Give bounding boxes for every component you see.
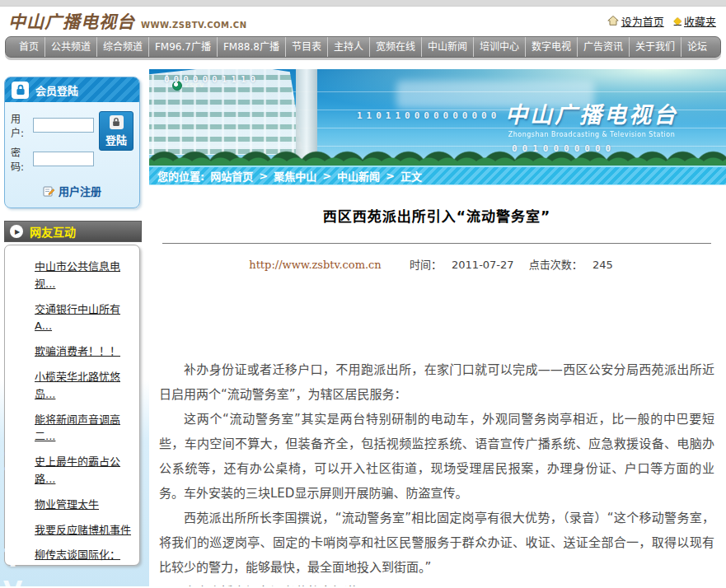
nav-item-broadband[interactable]: 宽频在线 bbox=[369, 37, 421, 57]
username-row: 用户: bbox=[11, 111, 94, 139]
breadcrumb-item-news[interactable]: 中山新闻 bbox=[337, 168, 380, 184]
member-login-title: 会员登陆 bbox=[35, 82, 78, 98]
article-paragraph: 补办身份证或者迁移户口，不用跑派出所，在家门口就可以完成——西区公安分局西苑派出… bbox=[159, 357, 714, 407]
article-paragraph: 西苑派出所所长李国撰说，“流动警务室”相比固定岗亭有很大优势，（录音）“这个移动… bbox=[159, 506, 714, 580]
site-logo: 中山广播电视台 WWW.ZSBTV.COM.CN bbox=[8, 8, 247, 33]
nav-item-hosts[interactable]: 主持人 bbox=[327, 37, 369, 57]
sidebar-link[interactable]: 能将新闻声音调高二... bbox=[35, 412, 131, 446]
breadcrumb-separator: > bbox=[386, 170, 395, 182]
diamond-icon: ◆ bbox=[674, 15, 682, 26]
sidebar-watermark: ZSBTV bbox=[0, 447, 27, 588]
breadcrumb-separator: > bbox=[322, 170, 331, 182]
sidebar-link[interactable]: 史上最牛的霸占公路... bbox=[35, 454, 131, 488]
sidebar-link[interactable]: 我要反应赌博机事件 bbox=[35, 522, 131, 539]
breadcrumb-item-home[interactable]: 网站首页 bbox=[210, 168, 253, 184]
sidebar-link[interactable]: 交通银行中山所有A... bbox=[35, 301, 131, 336]
username-input[interactable] bbox=[33, 118, 94, 133]
quick-links: 设为首页 ◆ 收藏夹 bbox=[607, 13, 716, 29]
time-label: 时间： bbox=[410, 259, 442, 271]
sidebar-link[interactable]: 欺骗消费者！！！ bbox=[35, 343, 131, 361]
nav-item-program-guide[interactable]: 节目表 bbox=[285, 37, 327, 57]
binary-digits: 110110000000000 bbox=[357, 110, 500, 121]
favorites-link[interactable]: ◆ 收藏夹 bbox=[674, 13, 716, 29]
binary-digits: 0000001110 bbox=[164, 74, 260, 85]
home-icon bbox=[607, 16, 619, 26]
main-nav: 首页 公共频道 综合频道 FM96.7广播 FM88.8广播 节目表 主持人 宽… bbox=[5, 36, 721, 58]
breadcrumb: 您的位置: 网站首页 > 聚焦中山 > 中山新闻 > 正文 bbox=[149, 166, 726, 185]
logo-title: 中山广播电视台 bbox=[8, 8, 135, 33]
nav-item-fm888[interactable]: FM88.8广播 bbox=[217, 37, 285, 57]
title-divider bbox=[162, 243, 711, 244]
nav-item-zhongshan-news[interactable]: 中山新闻 bbox=[421, 37, 473, 57]
site-header: 中山广播电视台 WWW.ZSBTV.COM.CN 设为首页 ◆ 收藏夹 bbox=[0, 7, 726, 35]
nav-item-about[interactable]: 关于我们 bbox=[629, 37, 681, 57]
register-link[interactable]: 用户注册 bbox=[59, 183, 101, 198]
sidebar: 会员登陆 用户: 密码: 登陆 bbox=[0, 69, 149, 586]
article-paragraph: 中山广播电视台记者黄静文报道。 bbox=[159, 580, 714, 586]
nav-item-general-channel[interactable]: 综合频道 bbox=[96, 37, 148, 57]
nav-item-public-channel[interactable]: 公共频道 bbox=[44, 37, 96, 57]
nav-item-home[interactable]: 首页 bbox=[13, 37, 44, 57]
nav-item-ads[interactable]: 广告资讯 bbox=[577, 37, 629, 57]
nav-item-training[interactable]: 培训中心 bbox=[473, 37, 525, 57]
login-form: 用户: 密码: 登陆 bbox=[5, 102, 139, 180]
login-button-label: 登陆 bbox=[105, 132, 127, 147]
source-url-link[interactable]: http://www.zsbtv.com.cn bbox=[249, 259, 381, 271]
interaction-title: 网友互动 bbox=[30, 223, 76, 240]
login-fields: 用户: 密码: bbox=[11, 111, 94, 179]
login-button-lock-icon bbox=[110, 115, 124, 129]
time-value: 2011-07-27 bbox=[452, 259, 514, 271]
play-circle-icon: ▶ bbox=[10, 225, 23, 238]
password-input[interactable] bbox=[33, 152, 94, 166]
register-icon bbox=[43, 185, 54, 197]
station-banner-image: ZSTV 0000001110 110110000000000 00100000… bbox=[149, 69, 726, 166]
main-column: ZSTV 0000001110 110110000000000 00100000… bbox=[149, 69, 726, 586]
clicks-value: 245 bbox=[593, 259, 613, 271]
content-area: 会员登陆 用户: 密码: 登陆 bbox=[0, 69, 726, 586]
sidebar-link[interactable]: 柳传志谈国际化：首... bbox=[35, 547, 131, 566]
password-row: 密码: bbox=[11, 145, 94, 173]
lock-icon bbox=[12, 82, 29, 99]
login-button[interactable]: 登陆 bbox=[99, 111, 133, 151]
clicks-label: 点击次数： bbox=[529, 259, 583, 271]
favorites-label: 收藏夹 bbox=[684, 13, 716, 29]
register-row: 用户注册 bbox=[5, 180, 139, 208]
article-meta: http://www.zsbtv.com.cn 时间： 2011-07-27 点… bbox=[159, 256, 714, 272]
sidebar-link[interactable]: 物业管理太牛 bbox=[35, 497, 131, 514]
member-login-header: 会员登陆 bbox=[5, 77, 139, 102]
article-body: 补办身份证或者迁移户口，不用跑派出所，在家门口就可以完成——西区公安分局西苑派出… bbox=[159, 357, 714, 586]
article: 西区西苑派出所引入“流动警务室” http://www.zsbtv.com.cn… bbox=[149, 185, 726, 586]
set-home-label: 设为首页 bbox=[621, 13, 664, 29]
breadcrumb-item-focus[interactable]: 聚焦中山 bbox=[274, 168, 316, 184]
nav-item-digital-tv[interactable]: 数字电视 bbox=[525, 37, 577, 57]
banner-station-logo: 中山广播电视台 Zhongshan Broadcasting & Televis… bbox=[505, 97, 678, 138]
sidebar-link[interactable]: 小榄荣华北路忧悠岛... bbox=[35, 369, 131, 404]
nav-item-forum[interactable]: 论坛 bbox=[681, 37, 713, 57]
top-strip bbox=[0, 0, 726, 7]
sidebar-link[interactable]: 中山市公共信息电视... bbox=[35, 259, 131, 293]
banner-trees bbox=[149, 143, 726, 166]
logo-domain: WWW.ZSBTV.COM.CN bbox=[141, 21, 247, 30]
nav-item-fm967[interactable]: FM96.7广播 bbox=[148, 37, 217, 57]
password-label: 密码: bbox=[11, 145, 30, 173]
member-login-panel: 会员登陆 用户: 密码: 登陆 bbox=[4, 77, 140, 208]
interaction-header: ▶ 网友互动 bbox=[4, 221, 142, 242]
username-label: 用户: bbox=[11, 111, 30, 139]
breadcrumb-separator: > bbox=[259, 170, 268, 182]
set-home-link[interactable]: 设为首页 bbox=[607, 13, 664, 29]
breadcrumb-prefix: 您的位置: bbox=[157, 168, 204, 184]
breadcrumb-item-current: 正文 bbox=[400, 168, 422, 184]
banner-logo-cn: 中山广播电视台 bbox=[505, 97, 678, 129]
banner-logo-en: Zhongshan Broadcasting & Television Stat… bbox=[505, 131, 678, 138]
article-title: 西区西苑派出所引入“流动警务室” bbox=[159, 205, 714, 226]
article-paragraph: 这两个“流动警务室”其实是两台特别研制的电动车，外观同警务岗亭相近，比一般的中巴… bbox=[159, 407, 714, 506]
